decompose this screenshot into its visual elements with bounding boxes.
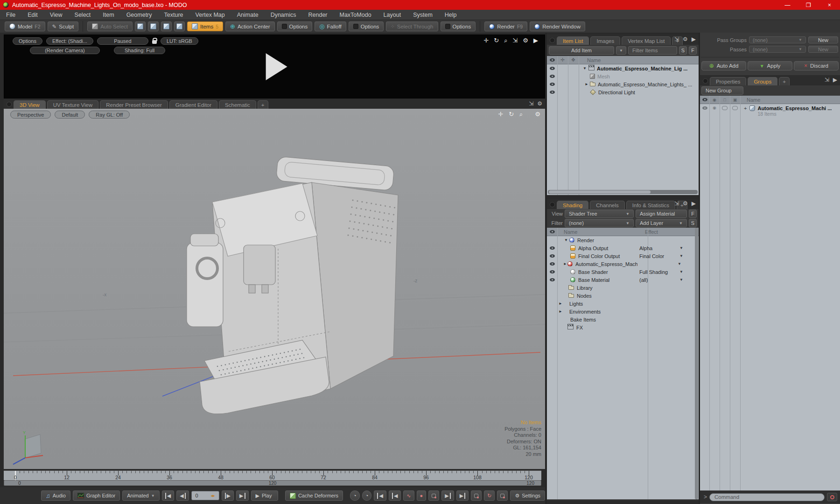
item-row-mesh[interactable]: Mesh xyxy=(547,72,699,80)
shader-row-alpha-output[interactable]: Alpha Output Alpha ▼ xyxy=(547,244,699,252)
maximize-button[interactable]: ❐ xyxy=(798,0,819,10)
current-frame-field[interactable]: 0 ◂▸ xyxy=(191,491,219,500)
gear-icon[interactable]: ⚙ xyxy=(537,100,542,107)
new-pass-button[interactable]: New xyxy=(808,46,838,53)
rotate-icon[interactable]: ↻ xyxy=(509,111,514,118)
panel-menu-icon[interactable] xyxy=(7,102,12,107)
record-button[interactable]: ● xyxy=(417,490,427,501)
render-toggle-icon[interactable]: ◉ xyxy=(709,105,720,110)
previous-frame-button[interactable]: ◀ xyxy=(176,490,189,501)
collapse-icon[interactable]: ▼ xyxy=(582,66,587,70)
chevron-down-icon[interactable]: ▼ xyxy=(678,262,681,266)
visibility-eye-icon[interactable] xyxy=(550,246,555,250)
shader-row-material-group[interactable]: ► Automatic_Espresso_Machi... ▼ xyxy=(547,260,699,268)
panel-arrow-icon[interactable]: ▶ xyxy=(533,37,538,44)
discard-button[interactable]: × Discard xyxy=(794,61,839,70)
item-row-directional-light[interactable]: Directional Light xyxy=(547,88,699,96)
menu-item-vertex-map[interactable]: Vertex Map xyxy=(189,12,231,18)
preview-lut-button[interactable]: LUT: sRGB xyxy=(161,37,198,45)
tab-info-statistics[interactable]: Info & Statistics xyxy=(626,201,675,209)
add-item-dropdown[interactable]: ▼ xyxy=(616,46,626,55)
rotate-icon[interactable]: ↻ xyxy=(494,37,499,44)
effect-value[interactable]: Final Color xyxy=(639,253,679,259)
frame-spinner-icon[interactable]: ◂▸ xyxy=(211,493,215,498)
visibility-eye-icon[interactable] xyxy=(550,90,555,94)
menu-item-edit[interactable]: Edit xyxy=(21,12,44,18)
tab-images[interactable]: Images xyxy=(590,36,620,45)
settings-button[interactable]: ⚙ Settings xyxy=(510,490,545,501)
play-button[interactable]: ▶ Play xyxy=(251,490,278,501)
toggle-box-icon[interactable] xyxy=(722,106,728,110)
expand-icon[interactable]: ► xyxy=(558,309,563,314)
viewport-3d[interactable]: -x -z xyxy=(4,109,545,469)
preview-paused-button[interactable]: Paused xyxy=(97,37,148,45)
maximize-panel-icon[interactable]: ⇲ xyxy=(674,200,679,207)
menu-item-animate[interactable]: Animate xyxy=(231,12,265,18)
audio-button[interactable]: ♫ Audio xyxy=(41,490,70,501)
add-tab-button[interactable]: + xyxy=(779,77,790,85)
shader-row-environments[interactable]: ► Environments xyxy=(547,308,699,315)
tab-render-preset-browser[interactable]: Render Preset Browser xyxy=(100,100,168,109)
move-key-button[interactable] xyxy=(497,490,508,501)
pan-icon[interactable]: ✛ xyxy=(498,111,503,118)
preview-play-button[interactable] xyxy=(266,53,287,80)
tab-gradient-editor[interactable]: Gradient Editor xyxy=(169,100,217,109)
shader-row-render[interactable]: ▼ Render xyxy=(547,236,699,244)
tab-schematic[interactable]: Schematic xyxy=(219,100,256,109)
expand-icon[interactable]: ► xyxy=(584,82,589,86)
tab-properties[interactable]: Properties xyxy=(710,77,746,85)
ray-gl-button[interactable]: Ray GL: Off xyxy=(89,111,130,119)
new-group-button[interactable]: New Group xyxy=(701,86,743,95)
model-mode-button[interactable]: Model F2 xyxy=(5,21,45,31)
panel-arrow-icon[interactable]: ▶ xyxy=(833,77,837,83)
visibility-eye-icon[interactable] xyxy=(550,74,555,78)
vertical-scrollbar[interactable] xyxy=(695,228,698,499)
polygons-mode-button[interactable] xyxy=(161,21,172,31)
effect-value[interactable]: Full Shading xyxy=(639,269,679,275)
auto-select-button[interactable]: Auto Select xyxy=(87,21,133,31)
toggle-box-icon[interactable] xyxy=(732,106,738,110)
select-through-options-button[interactable]: Options xyxy=(441,21,476,31)
render-button[interactable]: Render F9 xyxy=(484,21,527,31)
visibility-eye-icon[interactable] xyxy=(550,254,555,258)
previous-key-alt-button[interactable]: ◀ xyxy=(389,490,401,501)
shader-row-base-shader[interactable]: Base Shader Full Shading ▼ xyxy=(547,268,699,276)
tab-item-list[interactable]: Item List xyxy=(557,36,589,45)
group-row[interactable]: ◉ + Automatic_Espresso_Machi ... 18 Item… xyxy=(700,104,840,118)
visibility-eye-icon[interactable] xyxy=(550,66,555,70)
tab-3d-view[interactable]: 3D View xyxy=(14,100,46,109)
cache-deformers-button[interactable]: Cache Deformers xyxy=(285,490,343,501)
sculpt-mode-button[interactable]: ✎ Sculpt xyxy=(48,21,79,31)
cycle-key-button[interactable]: ↻ xyxy=(484,490,495,501)
close-button[interactable]: × xyxy=(819,0,840,10)
shader-row-library[interactable]: Library xyxy=(547,284,699,292)
items-mode-button[interactable]: Items 5 xyxy=(187,21,223,31)
gear-icon[interactable]: ⚙ xyxy=(683,200,688,207)
edges-mode-button[interactable] xyxy=(148,21,159,31)
shader-row-base-material[interactable]: Base Material (all) ▼ xyxy=(547,276,699,284)
materials-mode-button[interactable] xyxy=(174,21,185,31)
timeline-range-bar[interactable]: 0 120 120 xyxy=(4,480,541,486)
maximize-panel-icon[interactable]: ⇲ xyxy=(825,77,829,83)
timeline-ruler[interactable]: 0 12 24 36 48 60 72 84 96 108 120 xyxy=(4,470,541,480)
filter-button[interactable]: F xyxy=(689,46,697,55)
tab-uv-texture-view[interactable]: UV Texture View xyxy=(47,100,99,109)
gear-icon[interactable]: ⚙ xyxy=(523,37,528,44)
select-through-button[interactable]: ⁘ Select Through xyxy=(386,21,438,31)
menu-item-geometry[interactable]: Geometry xyxy=(120,12,158,18)
default-shading-button[interactable]: Default xyxy=(55,111,85,119)
add-item-button[interactable]: Add Item xyxy=(549,46,614,55)
horizontal-scrollbar[interactable] xyxy=(548,190,698,194)
action-button[interactable]: ◔ xyxy=(362,490,372,501)
menu-item-render[interactable]: Render xyxy=(302,12,334,18)
chevron-down-icon[interactable]: ▼ xyxy=(679,254,683,258)
panel-menu-icon[interactable] xyxy=(550,202,555,207)
shader-row-bake-items[interactable]: Bake Items xyxy=(547,315,699,323)
panel-arrow-icon[interactable]: ▶ xyxy=(692,200,696,207)
expand-plus-icon[interactable]: + xyxy=(744,105,747,111)
menu-item-file[interactable]: File xyxy=(0,12,21,18)
menu-item-system[interactable]: System xyxy=(407,12,439,18)
tab-channels[interactable]: Channels xyxy=(590,201,625,209)
zoom-icon[interactable]: ⌕ xyxy=(519,111,523,118)
maximize-panel-icon[interactable]: ⇲ xyxy=(512,37,518,44)
